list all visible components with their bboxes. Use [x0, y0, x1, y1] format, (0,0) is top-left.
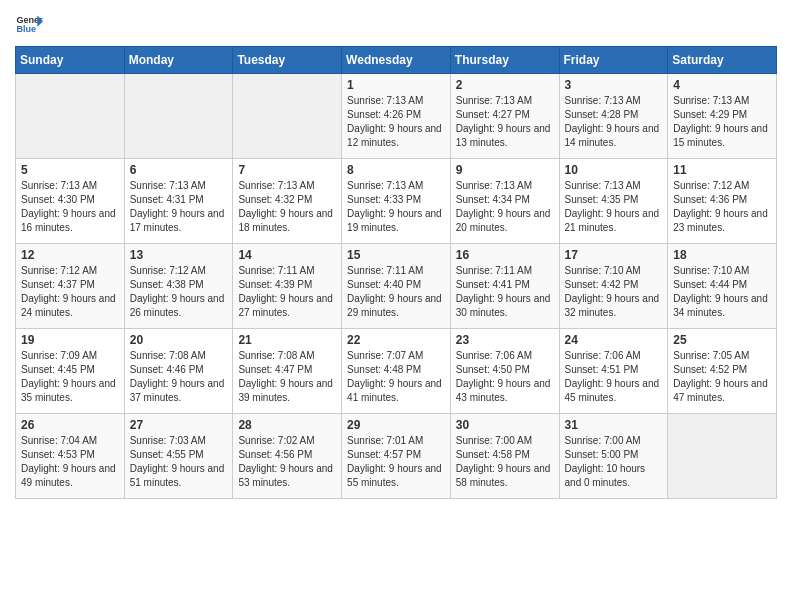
calendar-cell: 14Sunrise: 7:11 AMSunset: 4:39 PMDayligh… — [233, 244, 342, 329]
calendar-week-5: 26Sunrise: 7:04 AMSunset: 4:53 PMDayligh… — [16, 414, 777, 499]
day-number: 17 — [565, 248, 663, 262]
day-info: Sunrise: 7:02 AMSunset: 4:56 PMDaylight:… — [238, 434, 336, 490]
day-info: Sunrise: 7:12 AMSunset: 4:36 PMDaylight:… — [673, 179, 771, 235]
calendar-cell: 19Sunrise: 7:09 AMSunset: 4:45 PMDayligh… — [16, 329, 125, 414]
calendar-week-3: 12Sunrise: 7:12 AMSunset: 4:37 PMDayligh… — [16, 244, 777, 329]
day-info: Sunrise: 7:00 AMSunset: 5:00 PMDaylight:… — [565, 434, 663, 490]
day-number: 30 — [456, 418, 554, 432]
logo: General Blue — [15, 10, 43, 38]
calendar-cell: 21Sunrise: 7:08 AMSunset: 4:47 PMDayligh… — [233, 329, 342, 414]
page-header: General Blue — [15, 10, 777, 38]
calendar-cell: 8Sunrise: 7:13 AMSunset: 4:33 PMDaylight… — [342, 159, 451, 244]
calendar-cell: 2Sunrise: 7:13 AMSunset: 4:27 PMDaylight… — [450, 74, 559, 159]
day-number: 12 — [21, 248, 119, 262]
day-number: 24 — [565, 333, 663, 347]
day-number: 6 — [130, 163, 228, 177]
day-number: 27 — [130, 418, 228, 432]
day-info: Sunrise: 7:13 AMSunset: 4:33 PMDaylight:… — [347, 179, 445, 235]
day-info: Sunrise: 7:13 AMSunset: 4:30 PMDaylight:… — [21, 179, 119, 235]
day-number: 1 — [347, 78, 445, 92]
day-info: Sunrise: 7:13 AMSunset: 4:35 PMDaylight:… — [565, 179, 663, 235]
day-info: Sunrise: 7:06 AMSunset: 4:50 PMDaylight:… — [456, 349, 554, 405]
day-info: Sunrise: 7:01 AMSunset: 4:57 PMDaylight:… — [347, 434, 445, 490]
day-number: 11 — [673, 163, 771, 177]
day-info: Sunrise: 7:13 AMSunset: 4:27 PMDaylight:… — [456, 94, 554, 150]
calendar-cell: 5Sunrise: 7:13 AMSunset: 4:30 PMDaylight… — [16, 159, 125, 244]
day-info: Sunrise: 7:13 AMSunset: 4:32 PMDaylight:… — [238, 179, 336, 235]
calendar-cell: 7Sunrise: 7:13 AMSunset: 4:32 PMDaylight… — [233, 159, 342, 244]
calendar-cell: 25Sunrise: 7:05 AMSunset: 4:52 PMDayligh… — [668, 329, 777, 414]
day-number: 29 — [347, 418, 445, 432]
calendar-cell: 24Sunrise: 7:06 AMSunset: 4:51 PMDayligh… — [559, 329, 668, 414]
day-info: Sunrise: 7:10 AMSunset: 4:44 PMDaylight:… — [673, 264, 771, 320]
calendar-cell: 3Sunrise: 7:13 AMSunset: 4:28 PMDaylight… — [559, 74, 668, 159]
day-info: Sunrise: 7:05 AMSunset: 4:52 PMDaylight:… — [673, 349, 771, 405]
calendar-cell — [124, 74, 233, 159]
calendar-cell: 12Sunrise: 7:12 AMSunset: 4:37 PMDayligh… — [16, 244, 125, 329]
logo-icon: General Blue — [15, 10, 43, 38]
day-info: Sunrise: 7:13 AMSunset: 4:28 PMDaylight:… — [565, 94, 663, 150]
day-number: 9 — [456, 163, 554, 177]
calendar-cell: 6Sunrise: 7:13 AMSunset: 4:31 PMDaylight… — [124, 159, 233, 244]
day-info: Sunrise: 7:06 AMSunset: 4:51 PMDaylight:… — [565, 349, 663, 405]
day-number: 18 — [673, 248, 771, 262]
day-number: 4 — [673, 78, 771, 92]
header-saturday: Saturday — [668, 47, 777, 74]
day-info: Sunrise: 7:04 AMSunset: 4:53 PMDaylight:… — [21, 434, 119, 490]
day-number: 8 — [347, 163, 445, 177]
day-number: 20 — [130, 333, 228, 347]
day-number: 7 — [238, 163, 336, 177]
calendar-cell: 11Sunrise: 7:12 AMSunset: 4:36 PMDayligh… — [668, 159, 777, 244]
calendar-cell: 17Sunrise: 7:10 AMSunset: 4:42 PMDayligh… — [559, 244, 668, 329]
calendar-table: SundayMondayTuesdayWednesdayThursdayFrid… — [15, 46, 777, 499]
calendar-cell: 26Sunrise: 7:04 AMSunset: 4:53 PMDayligh… — [16, 414, 125, 499]
day-number: 28 — [238, 418, 336, 432]
day-info: Sunrise: 7:08 AMSunset: 4:46 PMDaylight:… — [130, 349, 228, 405]
calendar-cell: 29Sunrise: 7:01 AMSunset: 4:57 PMDayligh… — [342, 414, 451, 499]
calendar-cell: 31Sunrise: 7:00 AMSunset: 5:00 PMDayligh… — [559, 414, 668, 499]
header-tuesday: Tuesday — [233, 47, 342, 74]
day-info: Sunrise: 7:11 AMSunset: 4:41 PMDaylight:… — [456, 264, 554, 320]
calendar-cell — [233, 74, 342, 159]
calendar-week-4: 19Sunrise: 7:09 AMSunset: 4:45 PMDayligh… — [16, 329, 777, 414]
calendar-header-row: SundayMondayTuesdayWednesdayThursdayFrid… — [16, 47, 777, 74]
calendar-week-1: 1Sunrise: 7:13 AMSunset: 4:26 PMDaylight… — [16, 74, 777, 159]
day-number: 23 — [456, 333, 554, 347]
day-info: Sunrise: 7:07 AMSunset: 4:48 PMDaylight:… — [347, 349, 445, 405]
header-thursday: Thursday — [450, 47, 559, 74]
calendar-cell: 23Sunrise: 7:06 AMSunset: 4:50 PMDayligh… — [450, 329, 559, 414]
day-number: 25 — [673, 333, 771, 347]
calendar-cell — [668, 414, 777, 499]
day-number: 26 — [21, 418, 119, 432]
day-info: Sunrise: 7:11 AMSunset: 4:39 PMDaylight:… — [238, 264, 336, 320]
calendar-week-2: 5Sunrise: 7:13 AMSunset: 4:30 PMDaylight… — [16, 159, 777, 244]
day-number: 21 — [238, 333, 336, 347]
day-number: 2 — [456, 78, 554, 92]
day-info: Sunrise: 7:13 AMSunset: 4:26 PMDaylight:… — [347, 94, 445, 150]
calendar-cell: 15Sunrise: 7:11 AMSunset: 4:40 PMDayligh… — [342, 244, 451, 329]
calendar-cell: 9Sunrise: 7:13 AMSunset: 4:34 PMDaylight… — [450, 159, 559, 244]
day-number: 16 — [456, 248, 554, 262]
day-number: 15 — [347, 248, 445, 262]
calendar-cell: 20Sunrise: 7:08 AMSunset: 4:46 PMDayligh… — [124, 329, 233, 414]
header-sunday: Sunday — [16, 47, 125, 74]
calendar-cell: 22Sunrise: 7:07 AMSunset: 4:48 PMDayligh… — [342, 329, 451, 414]
day-number: 31 — [565, 418, 663, 432]
calendar-cell: 13Sunrise: 7:12 AMSunset: 4:38 PMDayligh… — [124, 244, 233, 329]
header-wednesday: Wednesday — [342, 47, 451, 74]
calendar-cell: 16Sunrise: 7:11 AMSunset: 4:41 PMDayligh… — [450, 244, 559, 329]
day-info: Sunrise: 7:12 AMSunset: 4:37 PMDaylight:… — [21, 264, 119, 320]
calendar-cell: 28Sunrise: 7:02 AMSunset: 4:56 PMDayligh… — [233, 414, 342, 499]
calendar-cell: 4Sunrise: 7:13 AMSunset: 4:29 PMDaylight… — [668, 74, 777, 159]
day-info: Sunrise: 7:13 AMSunset: 4:31 PMDaylight:… — [130, 179, 228, 235]
calendar-cell: 18Sunrise: 7:10 AMSunset: 4:44 PMDayligh… — [668, 244, 777, 329]
day-number: 13 — [130, 248, 228, 262]
day-info: Sunrise: 7:08 AMSunset: 4:47 PMDaylight:… — [238, 349, 336, 405]
header-monday: Monday — [124, 47, 233, 74]
day-info: Sunrise: 7:13 AMSunset: 4:34 PMDaylight:… — [456, 179, 554, 235]
calendar-cell: 27Sunrise: 7:03 AMSunset: 4:55 PMDayligh… — [124, 414, 233, 499]
day-number: 22 — [347, 333, 445, 347]
day-info: Sunrise: 7:00 AMSunset: 4:58 PMDaylight:… — [456, 434, 554, 490]
day-number: 10 — [565, 163, 663, 177]
header-friday: Friday — [559, 47, 668, 74]
